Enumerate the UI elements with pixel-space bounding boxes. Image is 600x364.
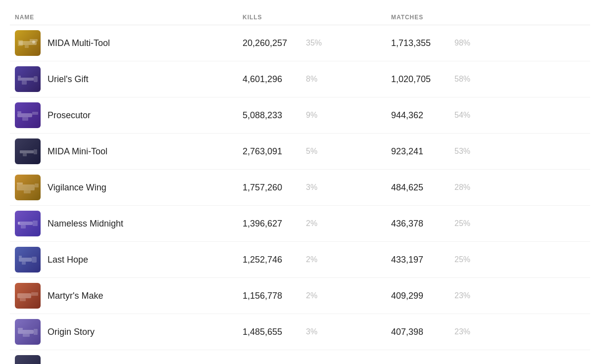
weapon-name-label: Prosecutor [48, 110, 91, 121]
weapon-icon [15, 175, 41, 200]
weapon-name-label: Nameless Midnight [48, 219, 123, 229]
matches-cell: 484,625 28% [391, 182, 540, 193]
weapon-name-cell: MIDA Multi-Tool [15, 30, 243, 56]
weapon-name-label: Origin Story [48, 327, 95, 337]
table-row: Last Hope 1,252,746 2% 433,197 25% [10, 242, 590, 278]
matches-pct: 28% [454, 183, 470, 192]
weapon-icon [15, 319, 41, 345]
weapon-name-cell: Martyr's Make [15, 283, 243, 309]
svg-rect-15 [23, 153, 27, 156]
svg-rect-22 [21, 225, 26, 228]
weapon-name-label: Martyr's Make [48, 291, 103, 301]
matches-pct: 25% [454, 255, 470, 264]
matches-cell: 1,713,355 98% [391, 38, 540, 48]
weapon-icon [15, 138, 41, 164]
svg-rect-19 [24, 190, 31, 193]
matches-pct: 53% [454, 147, 470, 156]
weapon-name-label: Last Hope [48, 255, 88, 265]
weapon-name-cell: Origin Story [15, 319, 243, 345]
svg-rect-10 [32, 112, 38, 115]
matches-cell: 433,197 25% [391, 255, 540, 265]
svg-rect-30 [20, 298, 26, 301]
matches-value: 1,713,355 [391, 38, 446, 48]
weapon-name-cell: Vigilance Wing [15, 175, 243, 200]
matches-pct: 54% [454, 111, 470, 120]
matches-value: 433,197 [391, 255, 446, 265]
table-row: MIDA Mini-Tool 2,763,091 5% 923,241 53% [10, 134, 590, 170]
matches-pct: 25% [454, 219, 470, 228]
weapon-name-cell: Prosecutor [15, 102, 243, 128]
table-row: Uriel's Gift 4,601,296 8% 1,020,705 58% [10, 61, 590, 97]
matches-column-header: MATCHES [391, 14, 540, 21]
kills-cell: 1,485,655 3% [243, 327, 391, 337]
weapon-icon [15, 102, 41, 128]
svg-rect-31 [18, 330, 34, 334]
matches-cell: 923,241 53% [391, 146, 540, 157]
matches-cell: 409,299 23% [391, 291, 540, 301]
weapon-name-label: MIDA Mini-Tool [48, 146, 107, 157]
weapon-name-cell: Last Hope [15, 247, 243, 273]
kills-cell: 1,396,627 2% [243, 219, 391, 229]
kills-cell: 1,156,778 2% [243, 291, 391, 301]
svg-rect-18 [17, 182, 23, 184]
weapon-icon [15, 247, 41, 273]
svg-rect-20 [18, 222, 33, 225]
matches-value: 407,398 [391, 327, 446, 337]
matches-cell: 944,362 54% [391, 110, 540, 121]
svg-rect-12 [17, 111, 21, 113]
svg-rect-17 [35, 183, 39, 187]
svg-rect-14 [34, 149, 37, 154]
name-column-header: NAME [15, 14, 243, 21]
kills-cell: 1,252,746 2% [243, 255, 391, 265]
svg-rect-3 [25, 45, 29, 48]
matches-pct: 98% [454, 39, 470, 47]
svg-rect-34 [23, 334, 30, 337]
kills-value: 1,396,627 [243, 219, 297, 229]
kills-pct: 8% [306, 75, 317, 84]
svg-rect-28 [17, 293, 31, 298]
kills-value: 4,601,296 [243, 74, 297, 85]
svg-rect-6 [34, 76, 38, 82]
svg-rect-26 [22, 262, 26, 265]
table-row: Martyr's Make 1,156,778 2% 409,299 23% [10, 278, 590, 314]
matches-value: 1,020,705 [391, 74, 446, 85]
header-row: NAME KILLS MATCHES [10, 10, 590, 25]
kills-value: 1,485,655 [243, 327, 297, 337]
weapon-name-label: MIDA Multi-Tool [48, 38, 110, 48]
weapon-name-label: Uriel's Gift [48, 74, 88, 85]
kills-pct: 3% [306, 327, 317, 336]
kills-cell: 4,601,296 8% [243, 74, 391, 85]
kills-pct: 9% [306, 111, 317, 120]
kills-value: 1,757,260 [243, 182, 297, 193]
svg-point-23 [18, 222, 20, 224]
kills-cell: 1,757,260 3% [243, 182, 391, 193]
table-row: Origin Story 1,485,655 3% 407,398 23% [10, 314, 590, 350]
matches-value: 436,378 [391, 219, 446, 229]
weapon-icon [15, 30, 41, 56]
table-row: Nameless Midnight 1,396,627 2% 436,378 2… [10, 206, 590, 242]
kills-cell: 20,260,257 35% [243, 38, 391, 48]
kills-pct: 5% [306, 147, 317, 156]
kills-value: 2,763,091 [243, 146, 297, 157]
svg-rect-8 [18, 76, 21, 78]
svg-rect-11 [22, 117, 28, 121]
svg-rect-7 [22, 81, 27, 85]
table-row: Scathelocke 848,426 1% 284,301 16% [10, 350, 590, 364]
svg-rect-1 [18, 40, 23, 46]
weapon-name-cell: MIDA Mini-Tool [15, 138, 243, 164]
table-row: Prosecutor 5,088,233 9% 944,362 54% [10, 97, 590, 134]
matches-cell: 407,398 23% [391, 327, 540, 337]
svg-rect-29 [31, 292, 38, 296]
kills-cell: 2,763,091 5% [243, 146, 391, 157]
kills-pct: 2% [306, 291, 317, 300]
svg-rect-16 [17, 184, 35, 190]
svg-rect-9 [17, 113, 32, 117]
kills-value: 20,260,257 [243, 38, 297, 48]
kills-cell: 5,088,233 9% [243, 110, 391, 121]
matches-pct: 23% [454, 327, 470, 336]
weapon-name-cell: Nameless Midnight [15, 211, 243, 236]
kills-pct: 3% [306, 183, 317, 192]
matches-cell: 1,020,705 58% [391, 74, 540, 85]
svg-rect-33 [18, 328, 23, 330]
matches-cell: 436,378 25% [391, 219, 540, 229]
